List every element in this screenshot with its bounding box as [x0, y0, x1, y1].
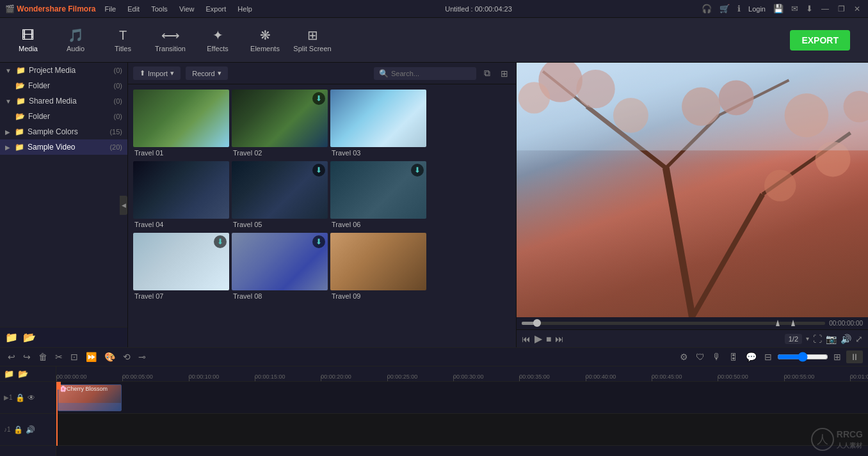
timeline-zoom-slider[interactable]	[777, 352, 828, 362]
import-button[interactable]: ⬆ Import ▾	[133, 67, 181, 80]
play-button[interactable]: ▶	[534, 333, 542, 345]
detach-audio-btn[interactable]: ⊸	[136, 350, 149, 363]
timeline-toolbar: ↩ ↪ 🗑 ✂ ⊡ ⏩ 🎨 ⟲ ⊸ ⚙ 🛡 🎙 🎛 💬 ⊟ ⊞ ⏸	[0, 348, 868, 366]
headphone-icon[interactable]: 🎧	[700, 4, 714, 13]
thumb-label-travel07: Travel 07	[133, 290, 229, 302]
info-icon[interactable]: ℹ	[735, 4, 743, 13]
add-audio-track-btn[interactable]: 📂	[18, 369, 28, 379]
titlebar: 🎬 Wondershare Filmora FileEditToolsViewE…	[0, 0, 868, 18]
transform-button[interactable]: ⟲	[120, 350, 133, 363]
audio-mixer-btn[interactable]: 🎛	[727, 350, 741, 363]
svg-line-0	[666, 168, 692, 317]
app-logo: 🎬 Wondershare Filmora	[5, 4, 95, 13]
media-item-travel02[interactable]: ⬇ Travel 02	[232, 90, 328, 159]
media-item-travel08[interactable]: ⬇ Travel 08	[232, 233, 328, 302]
zoom-in-tl-btn[interactable]: ⊞	[831, 350, 844, 363]
audio-speaker-icon[interactable]: 🔊	[26, 425, 35, 434]
zoom-level-selector[interactable]: 1/2	[785, 334, 802, 344]
step-back-button[interactable]: ⏮	[522, 334, 531, 344]
clip-label: 🌸Cherry Blossom	[60, 386, 108, 392]
media-item-travel09[interactable]: Travel 09	[330, 233, 426, 302]
grid-view-icon[interactable]: ⊞	[498, 68, 511, 79]
toolbar-item-transition[interactable]: ⟷Transition	[147, 22, 193, 59]
sidebar-item-shared_media[interactable]: ▼ 📁 Shared Media (0)	[0, 93, 127, 109]
media-item-travel07[interactable]: ⬇ Travel 07	[133, 233, 229, 302]
menu-item-export[interactable]: Export	[201, 4, 232, 14]
pause-play-btn[interactable]: ⏸	[846, 350, 863, 363]
preview-volume-btn[interactable]: 🔊	[840, 334, 851, 344]
toolbar-item-audio[interactable]: 🎵Audio	[52, 22, 99, 59]
sidebar-item-sample_video[interactable]: ▶ 📁 Sample Video (20)	[0, 139, 127, 155]
track-labels: 📁 📂 ▶1 🔒 👁 ♪1 🔒 🔊	[0, 366, 56, 456]
export-button[interactable]: EXPORT	[790, 30, 850, 51]
stop-button[interactable]: ■	[546, 334, 551, 344]
crop-button[interactable]: ⊡	[68, 350, 81, 363]
track-lock-icon[interactable]: 🔒	[15, 393, 25, 402]
window-minimize-btn[interactable]: —	[819, 4, 832, 13]
settings-button[interactable]: ⚙	[677, 350, 691, 363]
thumb-img-travel04	[133, 161, 229, 219]
panel-collapse-btn[interactable]: ◀	[120, 196, 127, 215]
video-track-row: 🌸Cherry Blossom	[56, 382, 868, 414]
snapshot-btn[interactable]: 📷	[826, 334, 837, 344]
delete-button[interactable]: 🗑	[36, 350, 50, 363]
add-media-btn[interactable]: 📁	[5, 331, 18, 343]
media-item-travel04[interactable]: Travel 04	[133, 161, 229, 230]
audio-lock-icon[interactable]: 🔒	[13, 425, 23, 434]
zoom-out-tl-btn[interactable]: ⊟	[762, 350, 775, 363]
menu-item-file[interactable]: File	[99, 4, 121, 14]
tree-item-label-shared_folder: Folder	[28, 112, 50, 121]
email-icon[interactable]: ✉	[789, 4, 800, 13]
redo-button[interactable]: ↪	[20, 350, 33, 363]
sidebar-item-sample_colors[interactable]: ▶ 📁 Sample Colors (15)	[0, 124, 127, 139]
toolbar-item-elements[interactable]: ❋Elements	[242, 22, 288, 59]
mic-button[interactable]: 🎙	[710, 350, 724, 363]
speed-button[interactable]: ⏩	[83, 350, 99, 363]
cut-button[interactable]: ✂	[52, 350, 65, 363]
sidebar-item-project_media[interactable]: ▼ 📁 Project Media (0)	[0, 63, 127, 78]
filter-icon[interactable]: ⧉	[481, 68, 493, 79]
undo-button[interactable]: ↩	[5, 350, 18, 363]
progress-bar[interactable]	[522, 322, 825, 325]
subtitle-btn[interactable]: 💬	[743, 350, 759, 363]
new-folder-btn[interactable]: 📂	[23, 331, 36, 343]
download-icon[interactable]: ⬇	[804, 4, 815, 13]
menu-item-edit[interactable]: Edit	[122, 4, 145, 14]
track-eye-icon[interactable]: 👁	[28, 393, 35, 402]
tree-item-icon-sample_colors: 📁	[15, 127, 24, 136]
shield-button[interactable]: 🛡	[693, 350, 707, 363]
window-maximize-btn[interactable]: ❐	[835, 4, 848, 13]
cherry-blossom-clip[interactable]: 🌸Cherry Blossom	[58, 384, 122, 411]
toolbar-item-effects[interactable]: ✦Effects	[195, 22, 241, 59]
login-btn[interactable]: Login	[746, 5, 768, 13]
media-library-panel: ▼ 📁 Project Media (0) 📂 Folder (0) ▼ 📁 S…	[0, 63, 128, 347]
save-icon[interactable]: 💾	[771, 4, 785, 13]
toolbar-item-split_screen[interactable]: ⊞Split Screen	[289, 22, 335, 59]
menu-item-view[interactable]: View	[174, 4, 200, 14]
pip-btn[interactable]: ⤢	[855, 334, 863, 344]
ruler-mark-1: 00:00:05:00	[122, 373, 153, 380]
media-item-travel01[interactable]: Travel 01	[133, 90, 229, 159]
download-badge-travel08: ⬇	[312, 235, 325, 248]
fullscreen-preview-btn[interactable]: ⛶	[813, 334, 822, 344]
sidebar-item-project_folder[interactable]: 📂 Folder (0)	[0, 78, 127, 93]
add-video-track-btn[interactable]: 📁	[4, 369, 14, 379]
toolbar-item-media[interactable]: 🎞Media	[5, 22, 51, 59]
window-close-btn[interactable]: ✕	[851, 4, 863, 13]
toolbar-item-titles[interactable]: TTitles	[100, 22, 146, 59]
video-track-number: ▶1	[4, 394, 13, 401]
tree-item-icon-shared_media: 📁	[16, 97, 26, 106]
cart-icon[interactable]: 🛒	[718, 4, 732, 13]
tree-item-count-shared_folder: (0)	[114, 113, 122, 120]
media-item-travel03[interactable]: Travel 03	[330, 90, 426, 159]
menu-item-tools[interactable]: Tools	[146, 4, 173, 14]
media-item-travel06[interactable]: ⬇ Travel 06	[330, 161, 426, 230]
search-input[interactable]	[391, 70, 471, 77]
record-button[interactable]: Record ▾	[186, 67, 227, 80]
step-forward-button[interactable]: ⏭	[555, 334, 564, 344]
media-item-travel05[interactable]: ⬇ Travel 05	[232, 161, 328, 230]
sidebar-item-shared_folder[interactable]: 📂 Folder (0)	[0, 109, 127, 124]
color-button[interactable]: 🎨	[102, 350, 118, 363]
thumb-label-travel05: Travel 05	[232, 219, 328, 230]
menu-item-help[interactable]: Help	[232, 4, 257, 14]
